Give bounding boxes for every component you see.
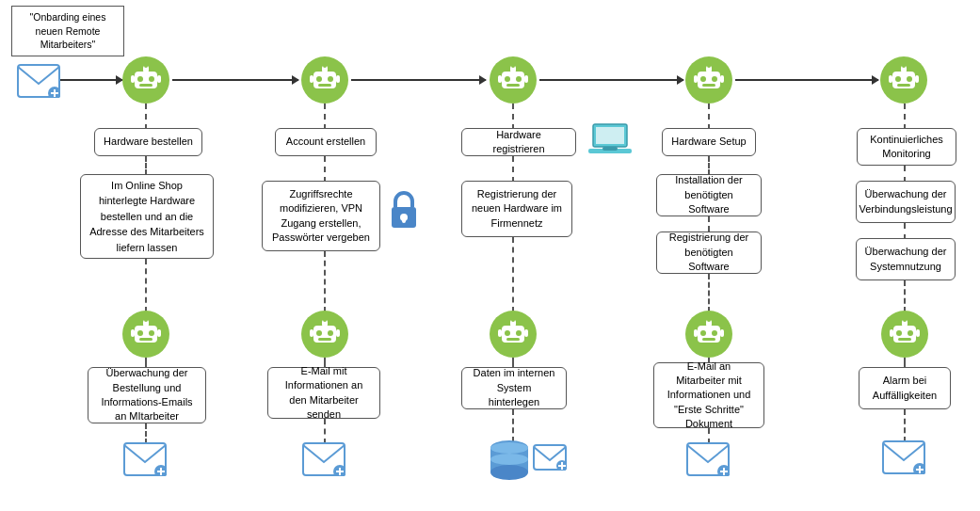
robot-3-bottom	[490, 311, 537, 359]
robot-4-bottom	[685, 311, 732, 359]
arrow-1-2	[172, 79, 298, 81]
email-icon-col5	[882, 440, 925, 476]
svg-rect-38	[694, 75, 698, 83]
db-icon-col3	[490, 439, 529, 484]
svg-point-116	[908, 330, 913, 336]
svg-point-42	[895, 76, 901, 82]
svg-rect-35	[702, 84, 715, 87]
desc-box1-col5: Überwachung der Verbindungsleistung	[856, 181, 956, 223]
bottom-box-col1: Überwachung der Bestellung und Informati…	[88, 367, 206, 423]
svg-rect-117	[898, 338, 911, 341]
main-box-col4: Hardware Setup	[662, 128, 756, 156]
lock-icon-col2	[388, 188, 420, 232]
svg-rect-107	[694, 329, 698, 337]
svg-point-34	[712, 76, 717, 82]
svg-point-93	[490, 465, 528, 480]
svg-point-10	[144, 64, 148, 68]
svg-rect-73	[336, 329, 340, 337]
svg-rect-72	[310, 329, 313, 337]
svg-rect-79	[596, 127, 624, 144]
svg-point-119	[903, 318, 907, 322]
svg-point-106	[707, 318, 711, 322]
svg-point-7	[149, 76, 154, 82]
desc-box1-col4: Installation der benötigten Software	[656, 174, 762, 216]
svg-point-103	[712, 330, 717, 336]
dashed-2-top	[324, 104, 326, 130]
svg-rect-53	[139, 338, 153, 341]
email-icon-col2	[302, 442, 345, 478]
svg-rect-90	[524, 329, 528, 337]
svg-point-33	[700, 76, 706, 82]
dashed-1-top	[145, 104, 147, 130]
svg-rect-47	[889, 75, 892, 83]
svg-rect-64	[402, 217, 406, 223]
dashed-2-desc	[324, 156, 326, 183]
svg-rect-89	[498, 329, 502, 337]
svg-rect-8	[139, 84, 153, 87]
desc-box2-col4: Registrierung der benötigten Software	[656, 232, 762, 274]
robot-5-top	[880, 56, 927, 105]
robot-5-bottom	[881, 311, 928, 359]
svg-rect-57	[157, 329, 161, 337]
diagram-container: "Onbarding eines neuen Remote Mitarbeite…	[0, 0, 980, 511]
svg-rect-12	[157, 75, 161, 83]
dashed-2-bot	[324, 251, 326, 312]
arrow-2-3	[351, 79, 486, 81]
svg-point-46	[902, 64, 906, 68]
svg-point-94	[490, 454, 528, 465]
robot-2-top	[301, 56, 348, 105]
svg-point-52	[149, 330, 154, 336]
svg-rect-81	[602, 147, 618, 151]
main-box-col1: Hardware bestellen	[94, 128, 202, 156]
dashed-1-bot	[145, 259, 147, 312]
svg-rect-44	[897, 84, 910, 87]
svg-rect-48	[915, 75, 919, 83]
svg-rect-56	[131, 329, 135, 337]
dashed-4-bot	[708, 274, 710, 312]
svg-rect-39	[720, 75, 724, 83]
desc-box2-col5: Überwachung der Systemnutzung	[856, 238, 956, 280]
dashed-3-email	[512, 409, 514, 442]
desc-box-col3: Registrierung der neuen Hardware im Firm…	[461, 181, 572, 237]
robot-3-top	[490, 56, 537, 105]
dashed-4-desc1	[708, 156, 710, 175]
svg-point-16	[328, 76, 333, 82]
robot-4-top	[685, 56, 732, 105]
svg-point-51	[137, 330, 143, 336]
email-icon-col4	[686, 442, 730, 478]
svg-point-68	[328, 330, 333, 336]
svg-point-55	[144, 318, 148, 322]
dashed-2-email	[324, 419, 326, 444]
svg-point-37	[707, 64, 711, 68]
svg-rect-108	[720, 329, 724, 337]
svg-point-115	[896, 330, 902, 336]
svg-rect-21	[336, 75, 340, 83]
svg-rect-69	[318, 338, 331, 341]
svg-rect-104	[702, 338, 715, 341]
bottom-box-col2: E-Mail mit Informationen an den Mitarbei…	[267, 367, 380, 419]
bottom-box-col4: E-Mail an Mitarbeiter mit Informationen …	[653, 362, 764, 428]
svg-point-85	[516, 330, 522, 336]
dashed-4-desc2	[708, 216, 710, 232]
dashed-5-top	[904, 104, 906, 130]
dashed-1-email	[145, 423, 147, 444]
desc-box-col1: Im Online Shop hinterlegte Hardware best…	[80, 174, 214, 259]
svg-point-95	[490, 442, 528, 454]
svg-point-67	[316, 330, 322, 336]
svg-point-6	[137, 76, 143, 82]
svg-rect-86	[506, 338, 520, 341]
svg-point-15	[316, 76, 322, 82]
svg-rect-29	[498, 75, 502, 83]
dashed-3-bot	[512, 237, 514, 312]
svg-point-25	[516, 76, 522, 82]
dashed-3-desc	[512, 156, 514, 183]
main-box-col3: Hardware registrieren	[461, 128, 576, 156]
main-box-col2: Account erstellen	[275, 128, 377, 156]
title-box: "Onbarding eines neuen Remote Mitarbeite…	[11, 6, 124, 56]
svg-rect-11	[131, 75, 135, 83]
laptop-icon-col3	[588, 122, 632, 162]
svg-point-24	[505, 76, 510, 82]
main-box-col5: Kontinuierliches Monitoring	[857, 128, 956, 166]
dashed-5-bot	[904, 280, 906, 312]
svg-rect-26	[506, 84, 520, 87]
